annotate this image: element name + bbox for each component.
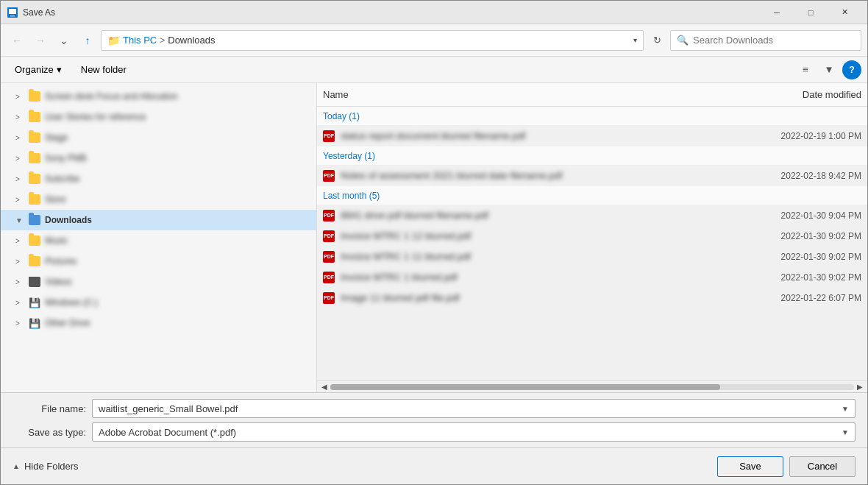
horizontal-scrollbar[interactable]: ◀ ▶: [317, 380, 867, 392]
file-name: Invoice MTRC 1 11 blurred.pdf: [341, 251, 729, 262]
expand-arrow: >: [15, 258, 24, 266]
group-today-label[interactable]: Today (1): [323, 111, 360, 121]
new-folder-button[interactable]: New folder: [73, 60, 135, 79]
sidebar-item-other-drive[interactable]: > 💾 Other Drive: [1, 313, 316, 333]
svg-rect-2: [10, 15, 15, 17]
breadcrumb-dropdown-arrow[interactable]: ▾: [633, 36, 637, 44]
bottom-inputs: File name: waitlist_generic_Small Bowel.…: [1, 392, 867, 447]
search-box[interactable]: 🔍: [670, 30, 861, 51]
dialog-icon: [7, 7, 18, 18]
table-row[interactable]: PDF Invoice MTRC 1 blurred.pdf 2022-01-3…: [317, 267, 867, 288]
group-yesterday-label[interactable]: Yesterday (1): [323, 151, 375, 161]
table-row[interactable]: PDF status report document blurred filen…: [317, 126, 867, 146]
sidebar-item-label: Sony PMB: [45, 153, 87, 163]
view-dropdown-button[interactable]: ▼: [819, 60, 839, 80]
table-row[interactable]: PDF Invoice MTRC 1 12 blurred.pdf 2022-0…: [317, 226, 867, 247]
save-as-type-value: Adobe Acrobat Document (*.pdf): [99, 427, 236, 438]
svg-rect-1: [9, 9, 16, 14]
expand-arrow: >: [15, 278, 24, 286]
up-button[interactable]: ↑: [77, 30, 98, 51]
sidebar-item-downloads[interactable]: ▼ Downloads: [1, 210, 316, 230]
file-name: 8841 drive pdf blurred filename.pdf: [341, 210, 729, 221]
dropdown-history-button[interactable]: ⌄: [54, 30, 74, 51]
file-name-dropdown-arrow[interactable]: ▼: [842, 405, 849, 413]
sidebar-item-pictures[interactable]: > Pictures: [1, 251, 316, 272]
sidebar-item-videos[interactable]: > Videos: [1, 272, 316, 292]
file-name: Invoice MTRC 1 12 blurred.pdf: [341, 230, 729, 241]
view-icon: ≡: [803, 64, 808, 75]
save-as-type-row: Save as type: Adobe Acrobat Document (*.…: [13, 422, 855, 442]
sidebar-item-label: Subcribe: [45, 174, 79, 184]
group-lastmonth-label[interactable]: Last month (5): [323, 191, 380, 201]
sidebar-item-store[interactable]: > Store: [1, 189, 316, 210]
folder-icon: [29, 194, 40, 205]
scroll-track: [330, 384, 854, 390]
sidebar-item-user-stories[interactable]: > User Stories for reference: [1, 107, 316, 127]
breadcrumb-downloads[interactable]: Downloads: [168, 35, 215, 46]
expand-arrow: >: [15, 134, 24, 142]
expand-arrow: >: [15, 196, 24, 204]
minimize-button[interactable]: ─: [760, 1, 794, 24]
file-date: 2022-01-30 9:02 PM: [729, 231, 861, 241]
cancel-button[interactable]: Cancel: [789, 456, 855, 477]
expand-arrow: >: [15, 155, 24, 163]
breadcrumb-separator: >: [160, 35, 165, 46]
pdf-icon: PDF: [323, 170, 335, 182]
refresh-button[interactable]: ↻: [647, 30, 667, 51]
table-row[interactable]: PDF Notes of assessment 2021 blurred dat…: [317, 166, 867, 186]
table-row[interactable]: PDF Invoice MTRC 1 11 blurred.pdf 2022-0…: [317, 247, 867, 267]
expand-arrow: >: [15, 175, 24, 183]
folder-icon: [29, 236, 40, 246]
pdf-icon: PDF: [323, 130, 335, 142]
sidebar-item-label: Music: [45, 236, 68, 246]
view-toggle-button[interactable]: ≡: [795, 60, 816, 80]
save-as-type-dropdown-arrow[interactable]: ▼: [842, 428, 849, 436]
expand-arrow: >: [15, 93, 24, 101]
breadcrumb-this-pc[interactable]: This PC: [123, 35, 157, 46]
expand-arrow: ▼: [15, 216, 24, 224]
pdf-icon: PDF: [323, 210, 335, 222]
save-button[interactable]: Save: [717, 456, 783, 477]
pdf-icon: PDF: [323, 251, 335, 263]
sidebar-item-music[interactable]: > Music: [1, 230, 316, 251]
hide-folders-toggle[interactable]: ▲ Hide Folders: [13, 461, 79, 472]
file-date: 2022-01-30 9:02 PM: [729, 252, 861, 262]
file-date: 2022-02-19 1:00 PM: [729, 131, 861, 141]
maximize-button[interactable]: □: [794, 1, 828, 24]
folder-icon: [29, 132, 40, 143]
close-button[interactable]: ✕: [828, 1, 861, 24]
save-as-dialog: Save As ─ □ ✕ ← → ⌄ ↑ 📁 This PC > Downlo…: [0, 0, 868, 485]
file-name-input[interactable]: waitlist_generic_Small Bowel.pdf ▼: [92, 399, 855, 418]
expand-arrow: >: [15, 113, 24, 121]
sidebar-item-windows-c[interactable]: > 💾 Windows (C:): [1, 292, 316, 313]
back-button[interactable]: ←: [7, 30, 27, 51]
pdf-icon: PDF: [323, 272, 335, 283]
group-lastmonth: Last month (5): [317, 186, 867, 205]
file-list: Name Date modified Today (1) PDF status …: [317, 83, 867, 392]
table-row[interactable]: PDF Image 11 blurred pdf file.pdf 2022-0…: [317, 288, 867, 308]
drive-icon: 💾: [29, 318, 40, 329]
file-name: Image 11 blurred pdf file.pdf: [341, 292, 729, 303]
table-row[interactable]: PDF 8841 drive pdf blurred filename.pdf …: [317, 205, 867, 226]
folder-icon: [29, 277, 40, 287]
file-rows: Today (1) PDF status report document blu…: [317, 107, 867, 380]
help-button[interactable]: ?: [842, 60, 861, 79]
expand-arrow: >: [15, 237, 24, 245]
sidebar-item-subcribe[interactable]: > Subcribe: [1, 169, 316, 189]
pdf-icon: PDF: [323, 230, 335, 242]
search-input[interactable]: [693, 35, 855, 46]
forward-button[interactable]: →: [30, 30, 51, 51]
group-today: Today (1): [317, 107, 867, 126]
file-date: 2022-01-22 6:07 PM: [729, 293, 861, 303]
folder-icon: [29, 215, 40, 225]
breadcrumb-bar[interactable]: 📁 This PC > Downloads ▾: [101, 30, 644, 51]
scroll-left-arrow[interactable]: ◀: [319, 383, 330, 391]
organize-button[interactable]: Organize ▾: [7, 60, 70, 79]
save-as-type-input[interactable]: Adobe Acrobat Document (*.pdf) ▼: [92, 422, 855, 442]
sidebar-item-sony-pmb[interactable]: > Sony PMB: [1, 148, 316, 169]
organize-label: Organize: [15, 64, 54, 75]
sidebar-item-screen-desk[interactable]: > Screen desk Focus and Allocation: [1, 86, 316, 107]
scroll-right-arrow[interactable]: ▶: [854, 383, 866, 391]
sidebar-item-stage[interactable]: > Stage: [1, 127, 316, 148]
hide-folders-arrow: ▲: [13, 462, 20, 470]
